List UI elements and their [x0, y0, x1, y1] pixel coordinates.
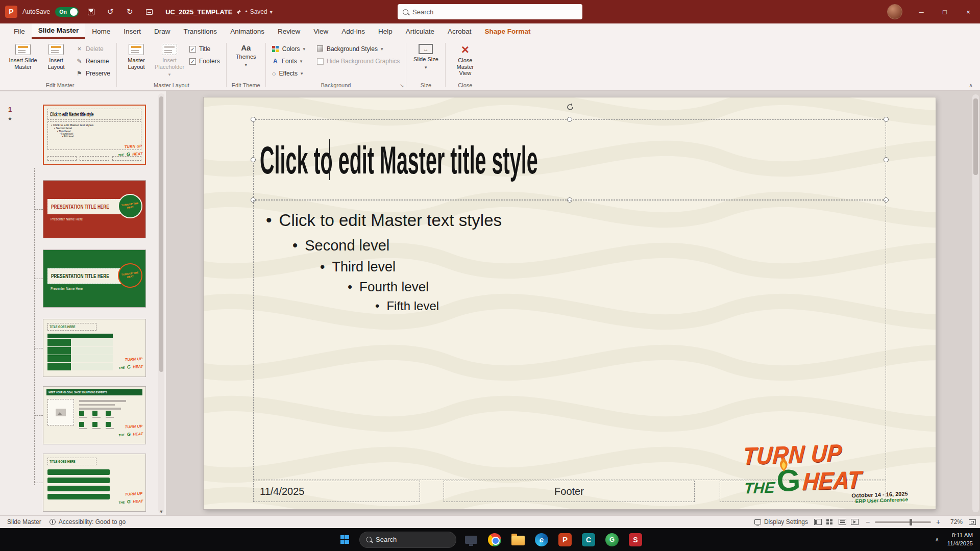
rename-button[interactable]: ✎Rename — [74, 56, 113, 66]
layout-thumbnail-experts[interactable]: MEET YOUR GLOBAL SHOE SOLUTIONS EXPERTS … — [43, 386, 146, 444]
redo-button[interactable]: ↻ — [122, 5, 137, 19]
editor-scrollbar[interactable] — [972, 94, 979, 512]
user-avatar[interactable] — [887, 4, 902, 19]
date-placeholder[interactable]: 11/4/2025 — [253, 481, 420, 502]
hide-background-graphics-checkbox[interactable]: Hide Background Graphics — [314, 56, 402, 66]
document-title[interactable]: UC_2025_TEMPLATE — [165, 8, 232, 16]
fit-to-window-button[interactable] — [969, 519, 976, 525]
layout-thumbnail-red-title[interactable]: PRESENTATION TITLE HERE TURN UP THE HEAT… — [43, 180, 146, 238]
bullet-level-1[interactable]: Click to edit Master text styles — [266, 211, 873, 230]
fonts-button[interactable]: A Fonts▾ — [270, 56, 308, 66]
layout-thumbnail-bullets[interactable]: TITLE GOES HERE TURN UP THE G HEAT — [43, 454, 146, 512]
footers-checkbox[interactable]: ✓Footers — [187, 56, 223, 66]
tab-shape-format[interactable]: Shape Format — [478, 23, 537, 39]
powerpoint-taskbar-button[interactable]: P — [556, 531, 574, 548]
footer-placeholder[interactable]: Footer — [444, 481, 695, 502]
resize-handle-top-center[interactable] — [567, 117, 572, 122]
normal-view-button[interactable] — [814, 519, 822, 525]
taskbar-clock[interactable]: 8:11 AM 11/4/2025 — [947, 532, 973, 547]
master-slide-thumbnail[interactable]: Click to edit Master title style Click t… — [43, 105, 146, 165]
slide-size-button[interactable]: ↔ Slide Size ▾ — [410, 41, 442, 71]
tab-home[interactable]: Home — [85, 23, 117, 39]
thumbnail-scrollbar[interactable]: ▼ — [158, 93, 164, 513]
collapse-ribbon-button[interactable]: ∧ — [969, 82, 973, 89]
reading-view-button[interactable] — [839, 519, 846, 525]
tab-review[interactable]: Review — [271, 23, 307, 39]
tab-view[interactable]: View — [307, 23, 335, 39]
start-button[interactable] — [336, 531, 353, 548]
resize-handle-middle-right[interactable] — [884, 157, 889, 162]
undo-button[interactable]: ↺ — [103, 5, 117, 19]
preserve-button[interactable]: ⚑Preserve — [74, 68, 113, 79]
display-settings-button[interactable]: Display Settings — [754, 518, 808, 525]
zoom-percentage[interactable]: 72% — [945, 518, 963, 525]
green-app-button[interactable]: G — [603, 531, 621, 548]
close-master-view-button[interactable]: × Close Master View — [449, 41, 481, 78]
resize-handle-top-left[interactable] — [251, 117, 256, 122]
tab-add-ins[interactable]: Add-ins — [335, 23, 372, 39]
bullet-level-5[interactable]: Fifth level — [266, 299, 873, 313]
bullet-level-2[interactable]: Second level — [266, 237, 873, 254]
maximize-button[interactable]: □ — [933, 0, 957, 23]
layout-thumbnail-table[interactable]: TITLE GOES HERE TURN UP THE G HEAT — [43, 319, 146, 377]
slideshow-view-button[interactable] — [851, 519, 859, 525]
quick-access-button[interactable] — [142, 5, 156, 19]
teal-app-button[interactable]: C — [580, 531, 597, 548]
tab-slide-master[interactable]: Slide Master — [32, 23, 86, 39]
bullet-level-3[interactable]: Third level — [266, 259, 873, 275]
tab-animations[interactable]: Animations — [224, 23, 271, 39]
insert-slide-master-button[interactable]: Insert Slide Master — [7, 41, 39, 71]
zoom-slider[interactable] — [875, 521, 931, 523]
saved-status[interactable]: •Saved▾ — [245, 8, 272, 15]
insert-layout-button[interactable]: Insert Layout — [40, 41, 72, 71]
file-explorer-button[interactable] — [509, 531, 527, 548]
slide-sorter-view-button[interactable] — [826, 519, 834, 525]
tab-articulate[interactable]: Articulate — [399, 23, 441, 39]
background-dialog-launcher[interactable]: ↘ — [400, 83, 404, 88]
insert-placeholder-button[interactable]: Insert Placeholder ▾ — [154, 41, 185, 78]
bullet-level-4[interactable]: Fourth level — [266, 279, 873, 295]
master-layout-button[interactable]: Master Layout — [120, 41, 152, 71]
layout-thumbnail-green-title[interactable]: PRESENTATION TITLE HERE TURN UP THE HEAT… — [43, 249, 146, 308]
delete-button[interactable]: ×Delete — [74, 44, 113, 54]
taskbar-search-box[interactable]: Search — [359, 532, 456, 548]
zoom-out-button[interactable]: − — [865, 518, 871, 526]
themes-button[interactable]: Aa Themes ▾ — [230, 41, 262, 68]
effects-button[interactable]: ○ Effects▾ — [270, 68, 308, 79]
title-placeholder[interactable]: Click to edit Master title style — [253, 119, 886, 200]
colors-button[interactable]: Colors▾ — [270, 44, 308, 54]
monitor-app-button[interactable] — [462, 531, 480, 548]
tray-overflow-button[interactable]: ∧ — [935, 536, 939, 543]
zoom-slider-thumb[interactable] — [910, 519, 912, 525]
turn-up-the-heat-logo: TURN UP THE G HEAT October 14 - 16, 2025… — [743, 439, 908, 508]
close-button[interactable]: × — [957, 0, 980, 23]
body-placeholder[interactable]: Click to edit Master text styles Second … — [253, 200, 886, 480]
rotate-handle[interactable] — [566, 103, 575, 114]
autosave-toggle[interactable]: On — [55, 7, 79, 17]
tab-draw[interactable]: Draw — [148, 23, 177, 39]
resize-handle-middle-left[interactable] — [251, 157, 256, 162]
tab-acrobat[interactable]: Acrobat — [441, 23, 478, 39]
tab-help[interactable]: Help — [372, 23, 399, 39]
group-master-layout: Master Layout Insert Placeholder ▾ ✓Titl… — [117, 40, 226, 90]
title-checkbox[interactable]: ✓Title — [187, 44, 223, 54]
title-placeholder-text[interactable]: Click to edit Master title style — [260, 138, 538, 182]
minimize-button[interactable]: ─ — [910, 0, 933, 23]
tab-file[interactable]: File — [7, 23, 32, 39]
accessibility-checker[interactable]: Accessibility: Good to go — [50, 518, 126, 525]
save-button[interactable] — [84, 5, 98, 19]
edge-button[interactable]: e — [533, 531, 550, 548]
powerpoint-app-icon[interactable]: P — [5, 6, 17, 18]
background-styles-button[interactable]: Background Styles▾ — [314, 44, 402, 54]
tab-insert[interactable]: Insert — [117, 23, 148, 39]
tab-transitions[interactable]: Transitions — [177, 23, 224, 39]
chrome-button[interactable] — [486, 531, 503, 548]
scrollbar-thumb[interactable] — [973, 98, 978, 175]
scroll-down-icon[interactable]: ▼ — [158, 509, 164, 514]
resize-handle-top-right[interactable] — [884, 117, 889, 122]
slide-canvas[interactable]: Click to edit Master title style — [204, 97, 936, 509]
zoom-in-button[interactable]: + — [935, 518, 941, 526]
search-box[interactable]: Search — [398, 4, 582, 19]
scrollbar-thumb[interactable] — [159, 96, 163, 372]
red-s-app-button[interactable]: S — [627, 531, 644, 548]
